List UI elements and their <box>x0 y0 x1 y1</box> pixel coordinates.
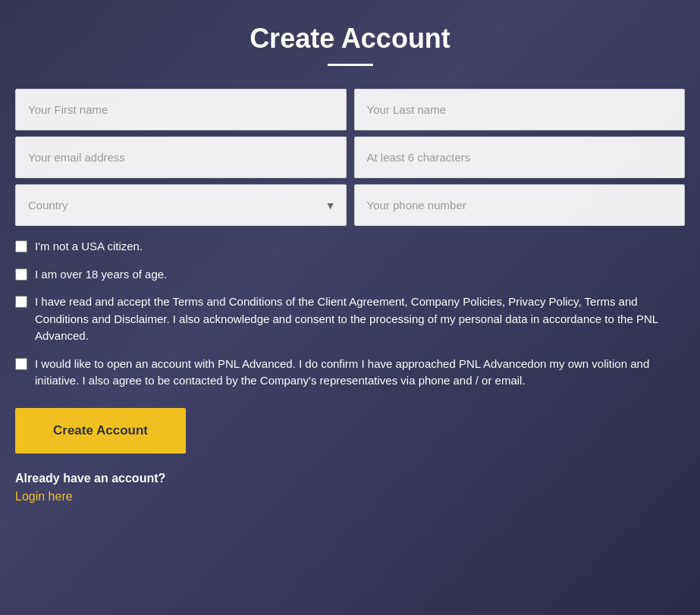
checkbox-age-label: I am over 18 years of age. <box>35 266 167 284</box>
checkbox-account-label: I would like to open an account with PNL… <box>35 356 685 390</box>
email-input[interactable] <box>15 136 347 178</box>
checkbox-account-item: I would like to open an account with PNL… <box>15 356 685 390</box>
already-account-text: Already have an account? Login here <box>15 472 685 504</box>
create-account-button[interactable]: Create Account <box>15 408 186 453</box>
checkbox-age-item: I am over 18 years of age. <box>15 266 685 284</box>
checkbox-terms-label: I have read and accept the Terms and Con… <box>35 293 685 345</box>
first-name-input[interactable] <box>15 89 347 130</box>
checkbox-terms-item: I have read and accept the Terms and Con… <box>15 293 685 345</box>
checkboxes-section: I'm not a USA citizen. I am over 18 year… <box>15 238 685 390</box>
last-name-input[interactable] <box>354 89 686 130</box>
email-field <box>15 136 347 178</box>
first-name-field <box>15 89 347 130</box>
country-select-wrapper: Country United States United Kingdom Can… <box>15 184 347 226</box>
checkbox-age[interactable] <box>15 268 27 281</box>
login-here-link[interactable]: Login here <box>15 490 73 503</box>
country-select[interactable]: Country United States United Kingdom Can… <box>15 184 347 226</box>
phone-input[interactable] <box>354 184 686 226</box>
password-field <box>354 136 686 178</box>
checkbox-citizen-label: I'm not a USA citizen. <box>35 238 143 256</box>
country-phone-row: Country United States United Kingdom Can… <box>15 184 685 226</box>
page-title: Create Account <box>15 23 685 55</box>
phone-field <box>354 184 686 226</box>
checkbox-account[interactable] <box>15 358 27 370</box>
checkbox-terms[interactable] <box>15 296 27 308</box>
checkbox-citizen[interactable] <box>15 240 27 253</box>
title-divider <box>328 64 373 66</box>
checkbox-citizen-item: I'm not a USA citizen. <box>15 238 685 256</box>
last-name-field <box>354 89 686 130</box>
name-row <box>15 89 685 130</box>
password-input[interactable] <box>354 136 686 178</box>
country-field: Country United States United Kingdom Can… <box>15 184 347 226</box>
already-account-label: Already have an account? <box>15 472 685 485</box>
email-password-row <box>15 136 685 178</box>
